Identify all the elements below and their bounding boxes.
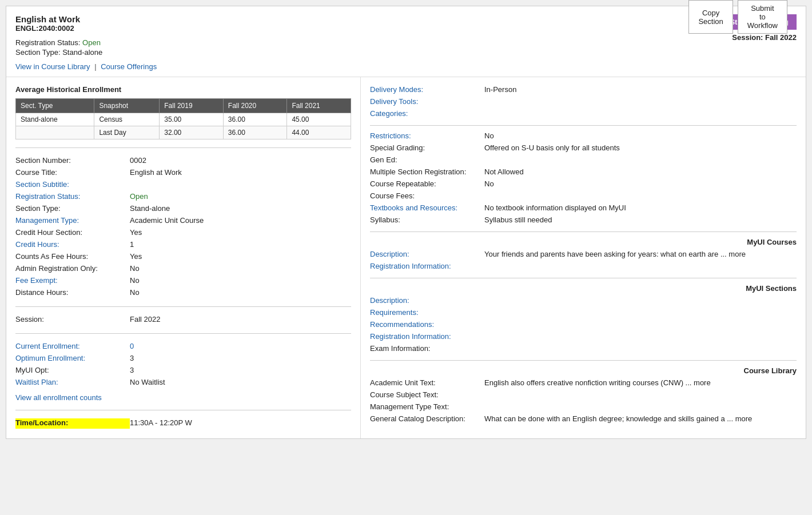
field-row: Multiple Section Registration:Not Allowe…	[370, 167, 797, 178]
field-label: Description:	[370, 296, 484, 306]
time-location-row: Time/Location: 11:30A - 12:20P W	[15, 418, 351, 429]
field-row: Categories:	[370, 109, 797, 119]
field-row: Section Type:Stand-alone	[15, 204, 351, 214]
field-value: No	[130, 264, 351, 274]
field-label: Section Type:	[15, 204, 130, 214]
field-row: Special Grading:Offered on S-U basis onl…	[370, 143, 797, 154]
table-row: Last Day32.0036.0044.00	[16, 126, 351, 139]
field-value: Not Allowed	[484, 167, 797, 178]
field-value: What can be done with an English degree;…	[484, 414, 797, 425]
field-label: Section Subtitle:	[15, 180, 130, 190]
field-value: 0	[130, 342, 351, 352]
field-label: Fee Exempt:	[15, 276, 130, 286]
field-label: Course Fees:	[370, 191, 484, 202]
field-row: Course Repeatable:No	[370, 179, 797, 190]
field-value: 0002	[130, 156, 351, 166]
divider-2	[15, 306, 351, 307]
field-value: English at Work	[130, 168, 351, 178]
field-row: Delivery Tools:	[370, 97, 797, 107]
right-fields-top-container: Delivery Modes:In-PersonDelivery Tools:C…	[370, 85, 797, 119]
field-label: Exam Information:	[370, 344, 484, 354]
table-cell: 36.00	[223, 113, 287, 126]
course-title: English at Work	[15, 14, 797, 24]
field-row: Gen Ed:	[370, 155, 797, 166]
course-library-container: Academic Unit Text:English also offers c…	[370, 378, 797, 425]
field-row: General Catalog Description:What can be …	[370, 414, 797, 425]
table-cell: Last Day	[94, 126, 160, 139]
divider-1	[15, 147, 351, 148]
col-fall2021: Fall 2021	[287, 99, 351, 113]
field-label: Admin Registration Only:	[15, 264, 130, 274]
table-cell: Census	[94, 113, 160, 126]
field-label: Current Enrollment:	[15, 342, 130, 352]
field-label: Registration Information:	[370, 262, 484, 272]
field-value: In-Person	[484, 85, 797, 95]
field-label: MyUI Opt:	[15, 366, 130, 376]
field-row: Restrictions:No	[370, 131, 797, 142]
field-label: Special Grading:	[370, 143, 484, 154]
field-value	[484, 155, 797, 166]
field-value: Syllabus still needed	[484, 215, 797, 226]
field-value: Academic Unit Course	[130, 216, 351, 226]
course-library-title: Course Library	[370, 366, 797, 375]
left-column: Average Historical Enrollment Sect. Type…	[6, 77, 361, 438]
table-cell: 45.00	[287, 113, 351, 126]
reg-status-value: Open	[82, 38, 101, 47]
field-row: Section Subtitle:	[15, 180, 351, 190]
field-label: Delivery Tools:	[370, 97, 484, 107]
view-enrollment-link[interactable]: View all enrollment counts	[15, 393, 102, 402]
field-row: Registration Information:	[370, 332, 797, 342]
field-value: No Waitlist	[130, 378, 351, 388]
field-label: Recommendations:	[370, 320, 484, 330]
right-divider-2	[370, 231, 797, 232]
field-label: Waitlist Plan:	[15, 378, 130, 388]
field-value	[484, 296, 797, 306]
field-value: 3	[130, 354, 351, 364]
field-label: Gen Ed:	[370, 155, 484, 166]
field-row: Section Number:0002	[15, 156, 351, 166]
table-cell: 44.00	[287, 126, 351, 139]
divider-3	[15, 333, 351, 334]
field-label: General Catalog Description:	[370, 414, 484, 425]
field-value	[484, 320, 797, 330]
field-row: Delivery Modes:In-Person	[370, 85, 797, 95]
field-row: Academic Unit Text:English also offers c…	[370, 378, 797, 389]
field-label: Management Type Text:	[370, 402, 484, 413]
section-type-label: Section Type:	[15, 48, 61, 57]
field-row: Description:Your friends and parents hav…	[370, 250, 797, 260]
field-label: Counts As Fee Hours:	[15, 252, 130, 262]
field-row: Textbooks and Resources:No textbook info…	[370, 203, 797, 214]
field-value: Open	[130, 192, 351, 202]
session-label-field: Session:	[15, 315, 130, 325]
col-sect-type: Sect. Type	[16, 99, 94, 113]
action-buttons: Copy Section Submit to Workflow	[688, 0, 787, 34]
field-label: Delivery Modes:	[370, 85, 484, 95]
field-label: Management Type:	[15, 216, 130, 226]
field-row: Credit Hour Section:Yes	[15, 228, 351, 238]
right-fields-restrictions-container: Restrictions:NoSpecial Grading:Offered o…	[370, 131, 797, 226]
field-row: Management Type Text:	[370, 402, 797, 413]
field-label: Description:	[370, 250, 484, 260]
field-row: Admin Registration Only:No	[15, 264, 351, 274]
link-separator: |	[94, 62, 96, 71]
field-label: Categories:	[370, 109, 484, 119]
time-location-label: Time/Location:	[15, 418, 130, 429]
field-label: Academic Unit Text:	[370, 378, 484, 389]
myui-courses-container: Description:Your friends and parents hav…	[370, 250, 797, 272]
course-offerings-link[interactable]: Course Offerings	[101, 62, 157, 71]
view-course-library-link[interactable]: View in Course Library	[15, 62, 90, 71]
links-line: View in Course Library | Course Offering…	[15, 62, 797, 71]
field-label: Optimum Enrollment:	[15, 354, 130, 364]
field-label: Syllabus:	[370, 215, 484, 226]
copy-section-button[interactable]: Copy Section	[688, 0, 733, 34]
field-label: Textbooks and Resources:	[370, 203, 484, 214]
field-row: Requirements:	[370, 308, 797, 318]
field-label: Section Number:	[15, 156, 130, 166]
col-fall2019: Fall 2019	[160, 99, 224, 113]
col-fall2020: Fall 2020	[223, 99, 287, 113]
field-value: 1	[130, 240, 351, 250]
submit-workflow-button[interactable]: Submit to Workflow	[738, 0, 787, 34]
field-value	[484, 308, 797, 318]
field-row: Recommendations:	[370, 320, 797, 330]
col-snapshot: Snapshot	[94, 99, 160, 113]
